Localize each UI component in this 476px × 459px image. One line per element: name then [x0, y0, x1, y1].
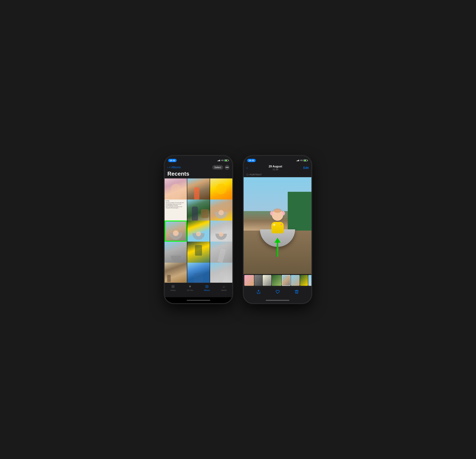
network-label-right: 4G [300, 159, 303, 161]
albums-label: < Albums [169, 166, 180, 169]
main-photo [244, 177, 311, 274]
right-phone: 10:31 4G ⚡ [243, 156, 312, 303]
for-you-icon: ♥ [189, 284, 191, 289]
text-content: Its Fate Space ails us moderna: we are s… [166, 200, 186, 209]
battery-icon-right: ⚡ [304, 159, 308, 161]
signal-icon-left [217, 159, 220, 161]
heart-icon [276, 290, 280, 294]
grid-cell-7-selected[interactable] [165, 221, 187, 242]
signal-icon-right [297, 159, 299, 161]
thumbnail-3[interactable] [263, 275, 271, 286]
home-indicator-right [244, 297, 311, 303]
share-button[interactable] [256, 290, 261, 295]
battery-icon-left: ⚡ [224, 159, 229, 161]
grid-row-5 [165, 263, 232, 283]
grid-cell-15[interactable] [210, 263, 232, 283]
thumbnail-6[interactable] [291, 275, 300, 286]
grid-cell-6-baby-bowl[interactable] [210, 199, 232, 221]
photos-header: ‹ < Albums Select ••• Recents [165, 164, 232, 179]
thumbnail-4[interactable] [272, 275, 281, 286]
grid-cell-10[interactable] [165, 242, 187, 263]
thumbnail-2[interactable] [254, 275, 262, 286]
library-icon: ⊞ [171, 284, 175, 289]
grid-cell-4-text[interactable]: Its Fate Space ails us moderna: we are s… [165, 199, 187, 221]
grid-row-3 [165, 221, 232, 242]
home-bar-left [187, 300, 210, 301]
action-bar [244, 287, 311, 297]
home-bar-right [266, 300, 289, 301]
thumbnail-7[interactable] [300, 275, 308, 286]
status-icons-right: 4G ⚡ [297, 159, 308, 161]
trash-icon [295, 290, 299, 294]
grid-cell-14[interactable] [187, 263, 210, 283]
home-indicator-left [165, 297, 232, 303]
favorite-button[interactable] [276, 290, 280, 295]
share-icon [256, 290, 261, 294]
right-phone-content: ‹ 29 August 11:30 Edit ⬡ PORTRAIT [244, 164, 311, 297]
left-phone: 10:31 4G ⚡ [164, 156, 233, 303]
back-button-right[interactable]: ‹ [246, 166, 248, 170]
thumbnail-5-active[interactable] [282, 275, 290, 286]
header-action-buttons: Select ••• [212, 165, 230, 170]
detail-time: 11:30 [269, 168, 282, 171]
thumbnail-strip [244, 274, 311, 287]
albums-tab-label: Albums [204, 289, 210, 291]
notch-left [185, 156, 212, 161]
time-left: 10:31 [168, 159, 177, 162]
grid-cell-13[interactable] [165, 263, 187, 283]
grid-cell-12[interactable] [210, 242, 232, 263]
thumbnail-1[interactable] [244, 275, 254, 286]
search-icon: ⌕ [223, 284, 225, 289]
main-photo-container[interactable] [244, 177, 311, 274]
grid-row-1 [165, 179, 232, 199]
delete-button[interactable] [295, 290, 299, 295]
grid-cell-5-woman-cow[interactable] [187, 199, 210, 221]
tab-bar-left: ⊞ Library ♥ For You ⊟ Albums ⌕ Search [165, 283, 232, 297]
tab-albums[interactable]: ⊟ Albums [198, 284, 215, 291]
grid-row-4 [165, 242, 232, 263]
albums-nav: ‹ < Albums Select ••• [167, 165, 230, 170]
portrait-label: PORTRAIT [250, 173, 262, 176]
more-button[interactable]: ••• [225, 165, 230, 170]
thumbnail-8[interactable] [308, 275, 311, 286]
grid-cell-9[interactable] [210, 221, 232, 242]
search-label: Search [221, 289, 227, 291]
network-label-left: 4G [221, 159, 224, 161]
grid-cell-2[interactable] [187, 179, 210, 199]
grid-cell-1[interactable] [165, 179, 187, 199]
select-button[interactable]: Select [212, 165, 223, 170]
grid-cell-11[interactable] [187, 242, 210, 263]
photo-grid: Its Fate Space ails us moderna: we are s… [165, 179, 232, 283]
green-arrow [274, 238, 281, 257]
status-icons-left: 4G ⚡ [217, 159, 229, 161]
tab-library[interactable]: ⊞ Library [165, 284, 182, 291]
chevron-left-icon: ‹ [167, 166, 168, 169]
phones-container: 10:31 4G ⚡ [164, 156, 312, 303]
albums-icon: ⊟ [205, 284, 208, 289]
portrait-badge: ⬡ PORTRAIT [244, 172, 311, 177]
grid-cell-3[interactable] [210, 179, 232, 199]
tab-search[interactable]: ⌕ Search [215, 284, 233, 291]
library-label: Library [170, 289, 176, 291]
time-right: 10:31 [247, 159, 256, 162]
back-to-albums-button[interactable]: ‹ < Albums [167, 166, 181, 169]
tab-for-you[interactable]: ♥ For You [182, 284, 199, 291]
detail-title-group: 29 August 11:30 [269, 165, 282, 171]
edit-button[interactable]: Edit [303, 166, 309, 170]
detail-date: 29 August [269, 165, 282, 168]
detail-header: ‹ 29 August 11:30 Edit [244, 164, 311, 172]
grid-row-2: Its Fate Space ails us moderna: we are s… [165, 199, 232, 221]
cube-icon: ⬡ [246, 173, 248, 176]
left-phone-content: ‹ < Albums Select ••• Recents [165, 164, 232, 297]
for-you-label: For You [187, 289, 193, 291]
grid-cell-8[interactable] [187, 221, 210, 242]
notch-right [264, 156, 291, 161]
recents-title: Recents [167, 171, 230, 177]
